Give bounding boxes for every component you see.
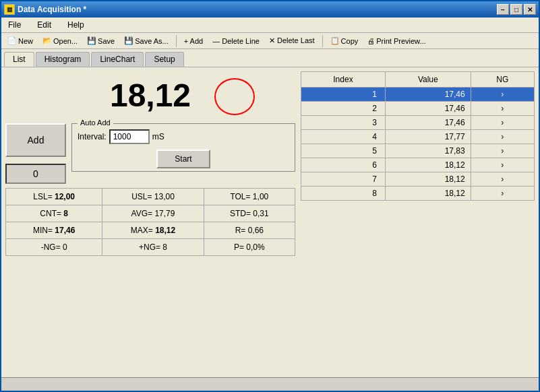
table-cell-value: 17,46	[385, 102, 471, 116]
toolbar-print-label: Print Preview...	[376, 37, 425, 45]
table-cell-ng: ›	[471, 187, 534, 201]
table-cell-index: 4	[301, 130, 386, 144]
toolbar-add-button[interactable]: + Add	[181, 35, 206, 47]
toolbar-deleteline-label: — Delete Line	[212, 37, 260, 45]
table-cell-ng: ›	[471, 172, 534, 187]
stats-lsl: LSL= 12,00	[6, 189, 102, 205]
table-cell-index: 8	[301, 187, 386, 201]
auto-add-group: Auto Add Interval: mS Start	[71, 123, 295, 172]
toolbar-save-label: Save	[98, 37, 115, 45]
table-row[interactable]: 217,46›	[301, 102, 535, 116]
stats-max: MAX= 18,12	[102, 222, 204, 239]
title-bar: ▦ Data Acquisition * − □ ✕	[1, 1, 539, 18]
table-cell-index: 3	[301, 116, 386, 130]
auto-add-legend: Auto Add	[78, 119, 113, 127]
stats-row-1: LSL= 12,00 USL= 13,00 TOL= 1,00	[6, 189, 295, 205]
table-row[interactable]: 818,12›	[301, 187, 535, 201]
tab-list[interactable]: List	[4, 52, 34, 67]
toolbar-separator-2	[322, 35, 323, 47]
toolbar-new-button[interactable]: 📄 New	[4, 34, 36, 47]
interval-input[interactable]	[109, 129, 150, 144]
value-circle-decoration	[214, 78, 255, 115]
interval-row: Interval: mS	[78, 129, 289, 144]
table-cell-value: 18,12	[385, 172, 471, 187]
tab-linechart[interactable]: LineChart	[91, 52, 144, 67]
stats-cnt: CNT= 8	[6, 205, 102, 222]
toolbar-open-button[interactable]: 📂 Open...	[39, 34, 81, 47]
interval-label: Interval:	[78, 132, 107, 141]
title-bar-left: ▦ Data Acquisition *	[4, 4, 86, 15]
main-window: ▦ Data Acquisition * − □ ✕ File Edit Hel…	[0, 0, 540, 392]
col-header-value: Value	[385, 72, 471, 88]
table-cell-value: 17,46	[385, 88, 471, 102]
stats-pos-ng: +NG= 8	[102, 239, 204, 256]
table-cell-ng: ›	[471, 116, 534, 130]
table-row[interactable]: 517,83›	[301, 144, 535, 158]
stats-row-4: -NG= 0 +NG= 8 P= 0,0%	[6, 239, 295, 256]
table-row[interactable]: 117,46›	[301, 88, 535, 102]
menu-help[interactable]: Help	[63, 19, 88, 31]
table-cell-ng: ›	[471, 102, 534, 116]
table-header-row: Index Value NG	[301, 72, 535, 88]
toolbar-save-button[interactable]: 💾 Save	[84, 34, 118, 47]
stats-p: P= 0,0%	[204, 239, 295, 256]
minimize-button[interactable]: −	[497, 4, 509, 15]
table-row[interactable]: 718,12›	[301, 172, 535, 187]
toolbar-deletelast-label: ✕ Delete Last	[269, 36, 315, 45]
menu-edit[interactable]: Edit	[33, 19, 55, 31]
save-icon: 💾	[87, 36, 96, 45]
toolbar-deletelast-button[interactable]: ✕ Delete Last	[266, 34, 318, 47]
toolbar-saveas-button[interactable]: 💾 Save As...	[121, 34, 172, 47]
stats-table: LSL= 12,00 USL= 13,00 TOL= 1,00 CNT= 8 A…	[5, 188, 295, 256]
table-cell-value: 17,46	[385, 116, 471, 130]
maximize-button[interactable]: □	[510, 4, 522, 15]
tab-content: 18,12 Add 0 Auto Add Interval: mS Start	[1, 67, 539, 377]
new-doc-icon: 📄	[7, 36, 17, 45]
saveas-icon: 💾	[124, 36, 133, 45]
toolbar-new-label: New	[18, 37, 33, 45]
window-icon: ▦	[4, 4, 15, 15]
toolbar-copy-label: Copy	[341, 37, 359, 45]
stats-tol: TOL= 1,00	[204, 189, 295, 205]
table-cell-index: 2	[301, 102, 386, 116]
close-button[interactable]: ✕	[524, 4, 536, 15]
col-header-index: Index	[301, 72, 386, 88]
toolbar-copy-button[interactable]: 📋 Copy	[327, 34, 362, 47]
stats-usl: USL= 13,00	[102, 189, 204, 205]
toolbar-print-button[interactable]: 🖨 Print Preview...	[364, 35, 429, 47]
toolbar-deleteline-button[interactable]: — Delete Line	[209, 35, 263, 47]
open-folder-icon: 📂	[42, 36, 52, 45]
tab-histogram[interactable]: Histogram	[36, 52, 90, 67]
status-bar	[1, 377, 539, 391]
right-panel: Index Value NG 117,46›217,46›317,46›417,…	[301, 71, 535, 373]
tab-bar: List Histogram LineChart Setup	[1, 49, 539, 67]
table-cell-index: 1	[301, 88, 386, 102]
stats-std: STD= 0,31	[204, 205, 295, 222]
start-button[interactable]: Start	[156, 150, 210, 168]
table-row[interactable]: 317,46›	[301, 116, 535, 130]
table-cell-value: 18,12	[385, 158, 471, 172]
stats-row-2: CNT= 8 AVG= 17,79 STD= 0,31	[6, 205, 295, 222]
window-title: Data Acquisition *	[18, 5, 86, 14]
table-cell-index: 6	[301, 158, 386, 172]
toolbar-separator-1	[176, 35, 177, 47]
table-cell-index: 5	[301, 144, 386, 158]
table-row[interactable]: 417,77›	[301, 130, 535, 144]
tab-setup[interactable]: Setup	[145, 52, 183, 67]
stats-r: R= 0,66	[204, 222, 295, 239]
counter-display: 0	[5, 164, 66, 184]
table-row[interactable]: 618,12›	[301, 158, 535, 172]
interval-unit: mS	[152, 132, 164, 141]
print-icon: 🖨	[367, 37, 375, 45]
add-button[interactable]: Add	[5, 123, 66, 157]
menu-bar: File Edit Help	[1, 18, 539, 33]
stats-neg-ng: -NG= 0	[6, 239, 102, 256]
value-display: 18,12	[5, 71, 295, 119]
left-panel: 18,12 Add 0 Auto Add Interval: mS Start	[5, 71, 295, 373]
menu-file[interactable]: File	[4, 19, 25, 31]
table-cell-ng: ›	[471, 144, 534, 158]
table-cell-ng: ›	[471, 130, 534, 144]
table-cell-value: 18,12	[385, 187, 471, 201]
copy-icon: 📋	[330, 36, 340, 45]
toolbar-open-label: Open...	[53, 37, 78, 45]
